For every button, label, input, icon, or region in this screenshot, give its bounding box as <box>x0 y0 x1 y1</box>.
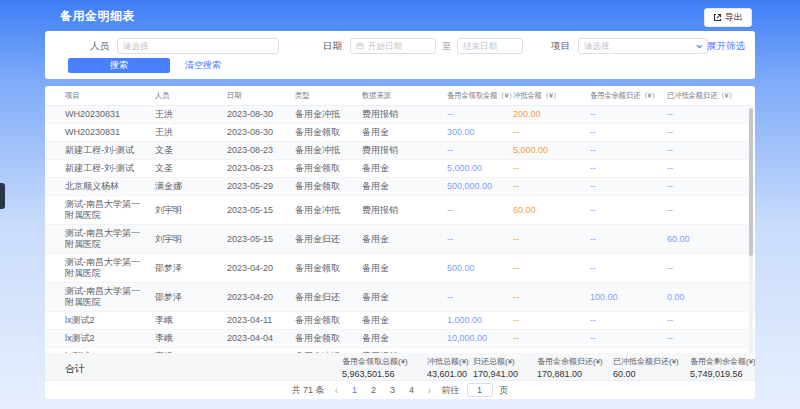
cell-offset-return: -- <box>667 330 747 347</box>
project-label: 项目 <box>551 40 570 53</box>
pagination-total: 共 71 条 <box>291 384 324 397</box>
table-row[interactable]: lx测试2李峨2023-04-11备用金领取备用金1,000.00------ <box>45 312 755 330</box>
cell-received: 1,000.00 <box>447 312 513 329</box>
detail-table: 项目 人员 日期 类型 数据来源 备用金领取金额（¥） 冲抵金额（¥） 备用金余… <box>45 86 755 399</box>
cell-offset: -- <box>513 231 590 248</box>
cell-person: 文圣 <box>155 142 227 159</box>
summary-offset-total: 冲抵总额(¥)43,601.00 <box>427 356 469 379</box>
table-row[interactable]: 新建工程-刘-测试文圣2023-08-23备用金冲抵费用报销--5,000.00… <box>45 142 755 160</box>
cell-date: 2023-08-23 <box>227 160 295 177</box>
table-row[interactable]: 测试-南昌大学第一附属医院邵梦泽2023-04-20备用金归还备用金----10… <box>45 283 755 312</box>
cell-received: 10,000.00 <box>447 330 513 347</box>
export-button[interactable]: 导出 <box>704 8 752 27</box>
table-row[interactable]: 测试-南昌大学第一附属医院邵梦泽2023-04-20备用金领取备用金500.00… <box>45 254 755 283</box>
cell-date: 2023-04-11 <box>227 312 295 329</box>
table-row[interactable]: WH20230831王洪2023-08-30备用金领取备用金300.00----… <box>45 124 755 142</box>
cell-person: 邵梦泽 <box>155 260 227 277</box>
page-title: 备用金明细表 <box>60 8 135 25</box>
cell-offset: -- <box>513 330 590 347</box>
cell-offset-return: -- <box>667 160 747 177</box>
table-row[interactable]: lx测试2李峨2023-04-04备用金领取备用金10,000.00------ <box>45 330 755 348</box>
col-header-date: 日期 <box>227 90 295 101</box>
chevron-down-icon <box>695 42 704 51</box>
page-button-2[interactable]: 2 <box>368 385 380 395</box>
cell-received: -- <box>447 202 513 219</box>
cell-type: 备用金归还 <box>295 289 362 306</box>
cell-offset: -- <box>513 312 590 329</box>
page-button-1[interactable]: 1 <box>349 385 361 395</box>
cell-person: 邵梦泽 <box>155 289 227 306</box>
cell-received: 500,000.00 <box>447 178 513 195</box>
cell-person: 刘宇明 <box>155 231 227 248</box>
table-row[interactable]: 新建工程-刘-测试文圣2023-08-23备用金领取备用金5,000.00---… <box>45 160 755 178</box>
cell-project: 测试-南昌大学第一附属医院 <box>65 283 155 311</box>
cell-date: 2023-04-04 <box>227 330 295 347</box>
page-button-3[interactable]: 3 <box>387 385 399 395</box>
cell-received: -- <box>447 289 513 306</box>
col-header-source: 数据来源 <box>362 90 447 101</box>
col-header-project: 项目 <box>65 90 155 101</box>
cell-type: 备用金冲抵 <box>295 106 362 123</box>
cell-source: 备用金 <box>362 289 447 306</box>
next-page-button[interactable]: › <box>425 385 435 396</box>
date-end-input[interactable] <box>457 38 523 54</box>
cell-offset-return: 0.00 <box>667 289 747 306</box>
cell-balance-return: -- <box>590 160 667 177</box>
cell-offset: 200.00 <box>513 106 590 123</box>
clear-search-button[interactable]: 清空搜索 <box>185 58 221 73</box>
cell-date: 2023-05-15 <box>227 202 295 219</box>
cell-person: 刘宇明 <box>155 202 227 219</box>
scrollbar-track <box>749 108 753 363</box>
pagination: 共 71 条 ‹ 1 2 3 4 › 前往 页 <box>45 381 755 399</box>
date-label: 日期 <box>323 40 342 53</box>
cell-type: 备用金冲抵 <box>295 202 362 219</box>
date-start-input[interactable] <box>350 38 436 54</box>
cell-received: -- <box>447 142 513 159</box>
cell-balance-return: -- <box>590 142 667 159</box>
cell-source: 费用报销 <box>362 106 447 123</box>
summary-offset-return-total: 已冲抵金额归还(¥)60.00 <box>613 356 679 379</box>
page-button-4[interactable]: 4 <box>406 385 418 395</box>
person-label: 人员 <box>90 40 109 53</box>
cell-person: 李峨 <box>155 312 227 329</box>
search-button[interactable]: 搜索 <box>68 58 170 73</box>
cell-source: 备用金 <box>362 124 447 141</box>
table-row[interactable]: 北京顺义杨林满金娜2023-05-29备用金领取备用金500,000.00---… <box>45 178 755 196</box>
cell-balance-return: -- <box>590 178 667 195</box>
scrollbar-thumb[interactable] <box>749 108 753 256</box>
expand-filters-link[interactable]: 展开筛选 <box>695 38 745 54</box>
cell-received: 300.00 <box>447 124 513 141</box>
cell-source: 备用金 <box>362 160 447 177</box>
side-drawer-handle[interactable] <box>0 183 5 209</box>
table-row[interactable]: 测试-南昌大学第一附属医院刘宇明2023-05-15备用金归还备用金------… <box>45 225 755 254</box>
cell-project: WH20230831 <box>65 124 155 141</box>
cell-offset: -- <box>513 289 590 306</box>
cell-offset: -- <box>513 260 590 277</box>
cell-offset-return: -- <box>667 142 747 159</box>
goto-page-input[interactable] <box>467 383 493 397</box>
col-header-offset: 冲抵金额（¥） <box>513 90 590 101</box>
cell-received: -- <box>447 106 513 123</box>
filter-panel: 人员 日期 至 项目 <box>45 31 755 79</box>
table-row[interactable]: 测试-南昌大学第一附属医院刘宇明2023-05-15备用金冲抵费用报销--60.… <box>45 196 755 225</box>
cell-date: 2023-08-30 <box>227 124 295 141</box>
table-row[interactable]: WH20230831王洪2023-08-30备用金冲抵费用报销--200.00-… <box>45 106 755 124</box>
person-input[interactable] <box>117 38 279 54</box>
cell-offset: 60.00 <box>513 202 590 219</box>
cell-date: 2023-08-23 <box>227 142 295 159</box>
cell-offset-return: 60.00 <box>667 231 747 248</box>
cell-balance-return: -- <box>590 202 667 219</box>
project-select[interactable] <box>578 38 708 54</box>
cell-project: 测试-南昌大学第一附属医院 <box>65 196 155 224</box>
cell-person: 文圣 <box>155 160 227 177</box>
cell-balance-return: -- <box>590 312 667 329</box>
cell-type: 备用金领取 <box>295 312 362 329</box>
cell-source: 备用金 <box>362 231 447 248</box>
cell-balance-return: -- <box>590 330 667 347</box>
cell-person: 满金娜 <box>155 178 227 195</box>
col-header-balance-return: 备用金余额归还（¥） <box>590 90 667 101</box>
cell-project: 北京顺义杨林 <box>65 178 155 195</box>
prev-page-button[interactable]: ‹ <box>332 385 342 396</box>
export-icon <box>713 13 722 22</box>
cell-person: 李峨 <box>155 330 227 347</box>
